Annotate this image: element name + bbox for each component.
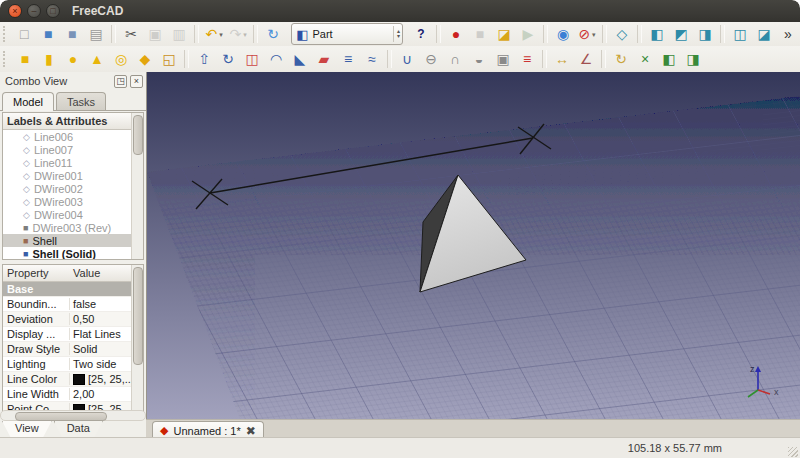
macro-edit-icon[interactable]: ◪ (493, 24, 515, 44)
part-chamfer-icon[interactable]: ◣ (289, 49, 311, 69)
property-row[interactable]: Base (3, 282, 143, 297)
tab[interactable]: Tasks (56, 92, 106, 110)
tree-item[interactable]: ■ DWire003 (Rev) (3, 221, 143, 234)
panel-close-button[interactable]: × (130, 75, 143, 88)
open-folder-icon[interactable]: ■ (37, 24, 59, 44)
macro-stop-icon[interactable]: ■ (469, 24, 491, 44)
part-cone-icon[interactable]: ▲ (86, 49, 108, 69)
resize-grip[interactable] (788, 447, 798, 457)
tree-item[interactable]: ◇ Line006 (3, 130, 143, 143)
toolbar-grip[interactable] (3, 51, 9, 67)
tree-item[interactable]: ◇ DWire002 (3, 182, 143, 195)
part-fillet-icon[interactable]: ◠ (265, 49, 287, 69)
tree-item-icon: ◇ (23, 158, 30, 168)
part-shapebuilder-icon[interactable]: ◱ (158, 49, 180, 69)
part-extrude-icon[interactable]: ⇧ (193, 49, 215, 69)
part-section-icon[interactable]: ◒ (468, 49, 490, 69)
part-torus-icon[interactable]: ◎ (110, 49, 132, 69)
measure-clear-icon[interactable]: × (634, 49, 656, 69)
property-value: Solid (73, 343, 97, 355)
view-axonometric-icon[interactable]: ◇ (611, 24, 633, 44)
part-cross-sections-icon[interactable]: ≡ (516, 49, 538, 69)
cut-icon[interactable]: ✂ (120, 24, 142, 44)
combo-view-header: Combo View ◳ × (0, 72, 146, 90)
tree-scrollbar[interactable] (131, 113, 143, 259)
window-titlebar[interactable]: × – □ FreeCAD (0, 0, 800, 22)
view-right-icon[interactable]: ◨ (694, 24, 716, 44)
part-ruled-surface-icon[interactable]: ▰ (313, 49, 335, 69)
paste-icon[interactable]: ▥ (168, 24, 190, 44)
property-row[interactable]: Deviation 0,50 (3, 312, 143, 327)
scrollbar-thumb[interactable] (133, 115, 143, 155)
measure-angular-icon[interactable]: ∠ (575, 49, 597, 69)
new-file-icon[interactable]: □ (13, 24, 35, 44)
tree-item-label: DWire004 (34, 209, 83, 221)
tree-item-icon: ■ (23, 223, 28, 233)
save-icon[interactable]: ■ (61, 24, 83, 44)
part-primitives-icon[interactable]: ◆ (134, 49, 156, 69)
view-bottom-icon[interactable]: ◪ (753, 24, 775, 44)
combo-spinner-icon[interactable]: ▴▾ (393, 26, 400, 42)
tree-item-label: DWire001 (34, 170, 83, 182)
property-scrollbar[interactable] (131, 265, 143, 411)
3d-viewport[interactable]: z x (146, 72, 800, 419)
toolbar-overflow[interactable]: » (777, 24, 799, 44)
whatsthis-icon[interactable]: ? (410, 24, 432, 44)
minimize-button[interactable]: – (27, 4, 41, 18)
scrollbar-thumb[interactable] (133, 267, 143, 365)
property-hscrollbar[interactable] (0, 410, 146, 421)
view-top-icon[interactable]: ◩ (670, 24, 692, 44)
workbench-selector[interactable]: ◧ Part ▴▾ (291, 23, 403, 45)
tree-item[interactable]: ◇ Line007 (3, 143, 143, 156)
print-icon[interactable]: ▤ (85, 24, 107, 44)
view-rear-icon[interactable]: ◫ (729, 24, 751, 44)
property-row[interactable]: Draw Style Solid (3, 342, 143, 357)
part-sweep-icon[interactable]: ≈ (361, 49, 383, 69)
zoom-fit-icon[interactable]: ◉ (552, 24, 574, 44)
tree-item[interactable]: ◇ DWire003 (3, 195, 143, 208)
tree-item[interactable]: ◇ Line011 (3, 156, 143, 169)
macro-record-icon[interactable]: ● (445, 24, 467, 44)
tree-item[interactable]: ◇ DWire001 (3, 169, 143, 182)
part-compound-icon[interactable]: ▣ (492, 49, 514, 69)
measure-toggle-3d-icon[interactable]: ◨ (682, 49, 704, 69)
part-sphere-icon[interactable]: ● (62, 49, 84, 69)
part-revolve-icon[interactable]: ↻ (217, 49, 239, 69)
tab[interactable]: View (2, 421, 52, 438)
macro-play-icon[interactable]: ▶ (517, 24, 539, 44)
toolbar-grip[interactable] (3, 26, 8, 42)
part-union-icon[interactable]: ∪ (396, 49, 418, 69)
maximize-button[interactable]: □ (46, 4, 60, 18)
tree-item[interactable]: ■ Shell (Solid) (3, 247, 143, 260)
close-button[interactable]: × (8, 4, 22, 18)
refresh-icon[interactable]: ↻ (262, 24, 284, 44)
panel-float-button[interactable]: ◳ (114, 75, 127, 88)
measure-toggle-all-icon[interactable]: ◧ (658, 49, 680, 69)
property-row[interactable]: Lighting Two side (3, 357, 143, 372)
tree-item[interactable]: ◇ DWire004 (3, 208, 143, 221)
part-cut-icon[interactable]: ⊖ (420, 49, 442, 69)
property-row[interactable]: Line Color [25, 25,... (3, 372, 143, 387)
redo-icon[interactable]: ↷ (227, 24, 249, 44)
measure-refresh-icon[interactable]: ↻ (610, 49, 632, 69)
property-row[interactable]: Line Width 2,00 (3, 387, 143, 402)
property-header: Property Value (3, 265, 143, 282)
tab[interactable]: Model (2, 92, 54, 111)
part-common-icon[interactable]: ∩ (444, 49, 466, 69)
tab[interactable]: Data (54, 421, 103, 438)
measure-linear-icon[interactable]: ↔ (551, 49, 573, 69)
scrollbar-thumb[interactable] (15, 412, 107, 421)
undo-icon[interactable]: ↶ (203, 24, 225, 44)
part-cylinder-icon[interactable]: ▮ (38, 49, 60, 69)
draw-style-icon[interactable]: ⊘ (576, 24, 598, 44)
property-row[interactable]: Boundin... false (3, 297, 143, 312)
part-box-icon[interactable]: ■ (14, 49, 36, 69)
close-tab-icon[interactable]: ✖ (246, 424, 256, 438)
copy-icon[interactable]: ▣ (144, 24, 166, 44)
part-mirror-icon[interactable]: ◫ (241, 49, 263, 69)
property-row[interactable]: Display ... Flat Lines (3, 327, 143, 342)
part-loft-icon[interactable]: ≡ (337, 49, 359, 69)
view-front-icon[interactable]: ◧ (646, 24, 668, 44)
dimension-readout: 105.18 x 55.77 mm (628, 442, 722, 454)
tree-item[interactable]: ■ Shell (3, 234, 143, 247)
